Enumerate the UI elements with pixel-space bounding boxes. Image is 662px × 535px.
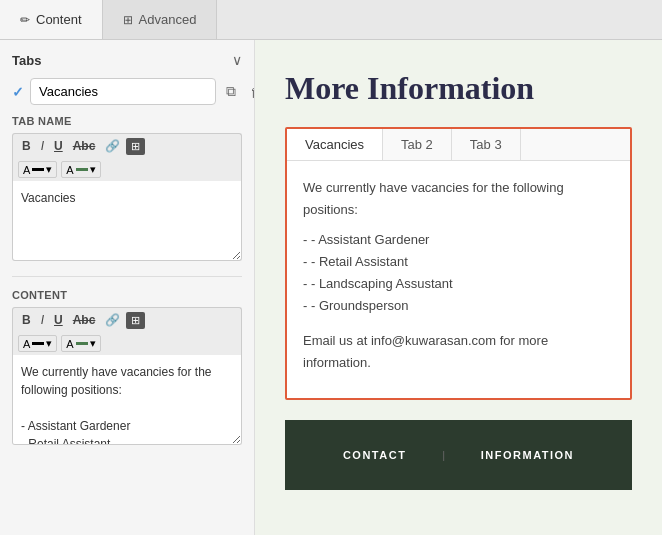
content-strikethrough-button[interactable]: Abc xyxy=(69,311,100,329)
left-panel: Tabs ∨ ✓ ⧉ 🗑 Tab Name B I U Abc 🔗 ⊞ A ▾ xyxy=(0,40,255,535)
list-item: - Landscaping Assustant xyxy=(303,273,614,295)
advanced-icon: ⊞ xyxy=(123,13,133,27)
footer-bar: CONTACT | INFORMATION xyxy=(285,420,632,490)
list-item: - Retail Assistant xyxy=(303,251,614,273)
tab-widget-tab3[interactable]: Tab 3 xyxy=(452,129,521,160)
content-link-button[interactable]: 🔗 xyxy=(101,311,124,329)
tab-name-label: Tab Name xyxy=(12,115,242,127)
content-textarea[interactable]: We currently have vacancies for the foll… xyxy=(12,355,242,445)
chevron-small-icon: ▾ xyxy=(90,163,96,176)
tab-widget: Vacancies Tab 2 Tab 3 We currently have … xyxy=(285,127,632,400)
content-italic-button[interactable]: I xyxy=(37,311,48,329)
tab-name-toolbar-row2: A ▾ A ▾ xyxy=(12,158,242,181)
content-grid-button[interactable]: ⊞ xyxy=(126,312,145,329)
tab-name-input[interactable] xyxy=(30,78,216,105)
chevron-small-icon3: ▾ xyxy=(90,337,96,350)
tabs-section-header: Tabs ∨ xyxy=(12,52,242,68)
main-layout: Tabs ∨ ✓ ⧉ 🗑 Tab Name B I U Abc 🔗 ⊞ A ▾ xyxy=(0,40,662,535)
top-tab-bar: ✏ Content ⊞ Advanced xyxy=(0,0,662,40)
content-tab-label: Content xyxy=(36,12,82,27)
list-item: - Groundsperson xyxy=(303,295,614,317)
link-button[interactable]: 🔗 xyxy=(101,137,124,155)
content-font-color-button[interactable]: A ▾ xyxy=(18,335,57,352)
preview-content: More Information Vacancies Tab 2 Tab 3 W… xyxy=(255,40,662,490)
footer-left-label: CONTACT xyxy=(343,449,406,461)
chevron-small-icon2: ▾ xyxy=(46,337,52,350)
advanced-tab-label: Advanced xyxy=(139,12,197,27)
footer-right-label: INFORMATION xyxy=(481,449,574,461)
grid-button[interactable]: ⊞ xyxy=(126,138,145,155)
italic-button[interactable]: I xyxy=(37,137,48,155)
preview-title: More Information xyxy=(285,70,632,107)
footer-separator: | xyxy=(442,449,445,461)
list-item: - Assistant Gardener xyxy=(303,229,614,251)
bold-button[interactable]: B xyxy=(18,137,35,155)
content-bold-button[interactable]: B xyxy=(18,311,35,329)
right-panel: More Information Vacancies Tab 2 Tab 3 W… xyxy=(255,40,662,535)
tab-widget-body: We currently have vacancies for the foll… xyxy=(287,161,630,398)
tab-advanced[interactable]: ⊞ Advanced xyxy=(103,0,218,39)
tab-widget-vacancies[interactable]: Vacancies xyxy=(287,129,383,160)
content-toolbar: B I U Abc 🔗 ⊞ xyxy=(12,307,242,332)
delete-tab-button[interactable]: 🗑 xyxy=(246,82,255,102)
tab-widget-tab2[interactable]: Tab 2 xyxy=(383,129,452,160)
tab-body-footer: Email us at info@kuwarasan.com for more … xyxy=(303,330,614,374)
divider xyxy=(12,276,242,277)
content-toolbar-row2: A ▾ A ▾ xyxy=(12,332,242,355)
strikethrough-button[interactable]: Abc xyxy=(69,137,100,155)
tab-check-icon: ✓ xyxy=(12,84,24,100)
copy-tab-button[interactable]: ⧉ xyxy=(222,81,240,102)
tab-name-textarea[interactable]: Vacancies xyxy=(12,181,242,261)
tab-content[interactable]: ✏ Content xyxy=(0,0,103,39)
content-icon: ✏ xyxy=(20,13,30,27)
underline-button[interactable]: U xyxy=(50,137,67,155)
tab-widget-header: Vacancies Tab 2 Tab 3 xyxy=(287,129,630,161)
chevron-small-icon: ▾ xyxy=(46,163,52,176)
chevron-down-icon[interactable]: ∨ xyxy=(232,52,242,68)
tabs-section-title: Tabs xyxy=(12,53,41,68)
tab-item-vacancies: ✓ ⧉ 🗑 xyxy=(12,78,242,105)
tab-name-toolbar: B I U Abc 🔗 ⊞ xyxy=(12,133,242,158)
content-underline-button[interactable]: U xyxy=(50,311,67,329)
tab-body-intro: We currently have vacancies for the foll… xyxy=(303,177,614,221)
bg-color-button[interactable]: A ▾ xyxy=(61,161,100,178)
content-bg-color-button[interactable]: A ▾ xyxy=(61,335,100,352)
content-label: Content xyxy=(12,289,242,301)
tab-body-list: - Assistant Gardener - Retail Assistant … xyxy=(303,229,614,317)
font-color-button[interactable]: A ▾ xyxy=(18,161,57,178)
